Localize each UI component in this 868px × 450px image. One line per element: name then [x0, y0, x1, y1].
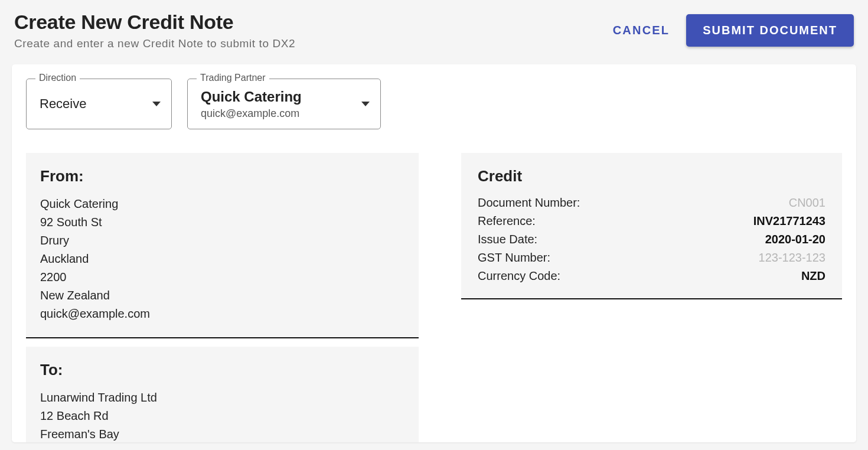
trading-partner-name: Quick Catering — [201, 89, 355, 105]
from-line: 92 South St — [40, 213, 404, 231]
gst-number-input[interactable]: 123-123-123 — [759, 249, 825, 267]
doc-number-input[interactable]: CN001 — [789, 194, 825, 212]
from-line: quick@example.com — [40, 305, 404, 323]
from-line: Quick Catering — [40, 195, 404, 213]
from-line: New Zealand — [40, 286, 404, 305]
from-line: Drury — [40, 231, 404, 250]
trading-partner-email: quick@example.com — [201, 107, 355, 120]
direction-legend: Direction — [35, 73, 80, 83]
chevron-down-icon — [361, 102, 370, 106]
page-header: Create New Credit Note Create and enter … — [0, 0, 868, 64]
direction-value: Receive — [40, 96, 146, 112]
to-title: To: — [40, 361, 404, 379]
from-panel: From: Quick Catering 92 South St Drury A… — [26, 153, 419, 338]
trading-partner-select[interactable]: Trading Partner Quick Catering quick@exa… — [187, 79, 381, 129]
trading-partner-legend: Trading Partner — [197, 73, 269, 83]
to-line: 12 Beach Rd — [40, 407, 404, 425]
cancel-button[interactable]: CANCEL — [613, 19, 670, 42]
form-card: Direction Receive Trading Partner Quick … — [12, 64, 856, 442]
doc-number-label: Document Number: — [478, 194, 580, 212]
page-title: Create New Credit Note — [14, 11, 295, 34]
credit-title: Credit — [478, 167, 825, 185]
currency-code-label: Currency Code: — [478, 267, 560, 285]
to-panel: To: Lunarwind Trading Ltd 12 Beach Rd Fr… — [26, 347, 419, 442]
credit-panel: Credit Document Number: CN001 Reference:… — [461, 153, 842, 442]
submit-document-button[interactable]: SUBMIT DOCUMENT — [686, 14, 854, 47]
currency-code-input[interactable]: NZD — [801, 267, 825, 285]
reference-input[interactable]: INV21771243 — [753, 212, 825, 230]
to-line: Freeman's Bay — [40, 425, 404, 442]
from-title: From: — [40, 167, 404, 185]
to-line: Lunarwind Trading Ltd — [40, 389, 404, 407]
chevron-down-icon — [152, 102, 161, 106]
gst-number-label: GST Number: — [478, 249, 550, 267]
issue-date-input[interactable]: 2020-01-20 — [765, 230, 825, 249]
from-line: Auckland — [40, 250, 404, 268]
issue-date-label: Issue Date: — [478, 230, 537, 249]
direction-select[interactable]: Direction Receive — [26, 79, 172, 129]
reference-label: Reference: — [478, 212, 536, 230]
from-line: 2200 — [40, 268, 404, 286]
page-subtitle: Create and enter a new Credit Note to su… — [14, 37, 295, 50]
